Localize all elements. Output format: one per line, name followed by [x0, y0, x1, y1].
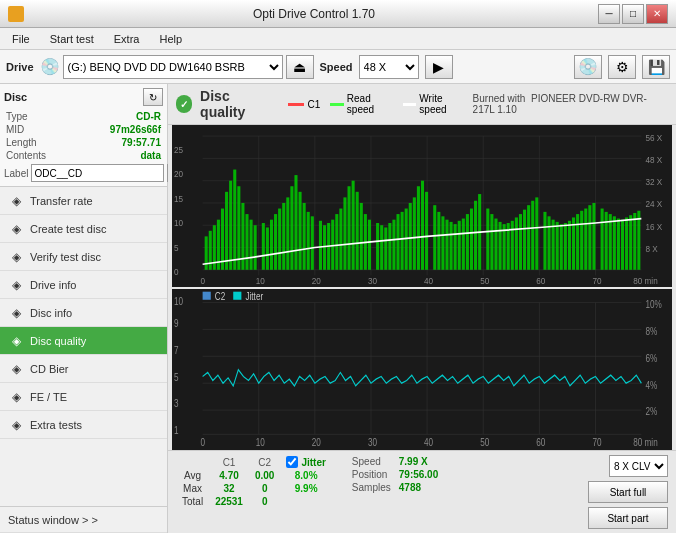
- svg-rect-95: [556, 222, 559, 270]
- drive-select[interactable]: (G:) BENQ DVD DD DW1640 BSRB: [63, 55, 283, 79]
- svg-rect-50: [356, 192, 359, 270]
- sidebar-item-drive-info[interactable]: ◈ Drive info: [0, 271, 167, 299]
- svg-rect-35: [290, 186, 293, 270]
- max-label: Max: [176, 482, 209, 495]
- sidebar: Disc ↻ Type CD-R MID 97m26s66f Length 79…: [0, 84, 168, 533]
- sidebar-nav: ◈ Transfer rate ◈ Create test disc ◈ Ver…: [0, 187, 167, 506]
- sidebar-item-verify-test-disc[interactable]: ◈ Verify test disc: [0, 243, 167, 271]
- svg-rect-49: [352, 181, 355, 270]
- right-controls: 8 X CLV Start full Start part: [588, 455, 668, 529]
- maximize-button[interactable]: □: [622, 4, 644, 24]
- svg-text:30: 30: [368, 276, 377, 286]
- close-button[interactable]: ✕: [646, 4, 668, 24]
- avg-label: Avg: [176, 469, 209, 482]
- legend-read-label: Read speed: [347, 93, 393, 115]
- max-c1: 32: [209, 482, 249, 495]
- sidebar-item-fe-te[interactable]: ◈ FE / TE: [0, 383, 167, 411]
- svg-text:10: 10: [174, 295, 183, 307]
- menu-file[interactable]: File: [4, 31, 38, 47]
- svg-rect-24: [241, 203, 244, 270]
- svg-text:0: 0: [174, 267, 179, 277]
- disc-mid-label: MID: [6, 124, 24, 135]
- svg-rect-47: [343, 197, 346, 269]
- drive-eject-button[interactable]: ⏏: [286, 55, 314, 79]
- svg-rect-28: [262, 223, 265, 270]
- speed-value: 7.99 X: [395, 455, 442, 468]
- settings-button[interactable]: ⚙: [608, 55, 636, 79]
- menu-start-test[interactable]: Start test: [42, 31, 102, 47]
- svg-text:6%: 6%: [645, 351, 657, 363]
- svg-rect-42: [323, 225, 326, 270]
- svg-text:80 min: 80 min: [633, 276, 658, 286]
- svg-rect-27: [254, 225, 257, 270]
- svg-text:5: 5: [174, 243, 179, 253]
- create-test-disc-icon: ◈: [8, 222, 24, 236]
- disc-quality-icon: ◈: [8, 334, 24, 348]
- svg-rect-66: [425, 192, 428, 270]
- cd-bier-icon: ◈: [8, 362, 24, 376]
- svg-rect-91: [535, 197, 538, 269]
- speed-option-select[interactable]: 8 X CLV: [609, 455, 668, 477]
- window-title: Opti Drive Control 1.70: [30, 7, 598, 21]
- disc-refresh-button[interactable]: ↻: [143, 88, 163, 106]
- menu-extra[interactable]: Extra: [106, 31, 148, 47]
- legend-c1-color: [288, 103, 304, 106]
- disc-label-input[interactable]: [31, 164, 164, 182]
- svg-text:50: 50: [480, 436, 489, 448]
- avg-jitter: 8.0%: [280, 469, 331, 482]
- disc-contents-value: data: [140, 150, 161, 161]
- save-button[interactable]: 💾: [642, 55, 670, 79]
- position-label-text: Position: [348, 468, 395, 481]
- avg-c1: 4.70: [209, 469, 249, 482]
- burned-with-text: Burned with PIONEER DVD-RW DVR-217L 1.10: [473, 93, 668, 115]
- sidebar-item-cd-bier[interactable]: ◈ CD Bier: [0, 355, 167, 383]
- svg-rect-103: [588, 205, 591, 270]
- start-full-button[interactable]: Start full: [588, 481, 668, 503]
- svg-rect-80: [490, 214, 493, 270]
- svg-rect-102: [584, 209, 587, 270]
- sidebar-item-label-disc-info: Disc info: [30, 307, 72, 319]
- chart2: 10% 8% 6% 4% 2% 1 3 5 7 9 10 0 10 20 3: [172, 289, 672, 451]
- svg-rect-67: [433, 205, 436, 270]
- sidebar-item-disc-quality[interactable]: ◈ Disc quality: [0, 327, 167, 355]
- menu-help[interactable]: Help: [151, 31, 190, 47]
- drive-icon: 💿: [40, 57, 60, 76]
- status-window-button[interactable]: Status window > >: [0, 507, 167, 533]
- stats-table: C1 C2 Jitter Avg 4.70 0.00 8.0%: [176, 455, 332, 508]
- svg-rect-34: [286, 197, 289, 269]
- sidebar-item-label-transfer-rate: Transfer rate: [30, 195, 93, 207]
- svg-rect-21: [229, 181, 232, 270]
- total-jitter: [280, 495, 331, 508]
- transfer-rate-icon: ◈: [8, 194, 24, 208]
- svg-rect-87: [519, 214, 522, 270]
- sidebar-item-label-drive-info: Drive info: [30, 279, 76, 291]
- svg-rect-22: [233, 170, 236, 270]
- svg-rect-76: [470, 209, 473, 270]
- jitter-label: Jitter: [301, 457, 325, 468]
- disc-quality-header: ✓ Disc quality C1 Read speed Write speed…: [168, 84, 676, 125]
- svg-rect-62: [409, 203, 412, 270]
- svg-rect-90: [531, 201, 534, 270]
- minimize-button[interactable]: ─: [598, 4, 620, 24]
- svg-text:30: 30: [368, 436, 377, 448]
- speed-select[interactable]: 48 X: [359, 55, 419, 79]
- svg-rect-39: [307, 212, 310, 270]
- svg-rect-29: [266, 227, 269, 269]
- sidebar-item-label-fe-te: FE / TE: [30, 391, 67, 403]
- sidebar-item-disc-info[interactable]: ◈ Disc info: [0, 299, 167, 327]
- start-part-button[interactable]: Start part: [588, 507, 668, 529]
- sidebar-item-extra-tests[interactable]: ◈ Extra tests: [0, 411, 167, 439]
- svg-rect-75: [466, 214, 469, 270]
- speed-arrow-button[interactable]: ▶: [425, 55, 453, 79]
- sidebar-item-label-create-test-disc: Create test disc: [30, 223, 106, 235]
- svg-text:20: 20: [312, 436, 321, 448]
- sidebar-item-create-test-disc[interactable]: ◈ Create test disc: [0, 215, 167, 243]
- avg-c2: 0.00: [249, 469, 280, 482]
- svg-text:C2: C2: [215, 289, 225, 301]
- legend-write-label: Write speed: [419, 93, 464, 115]
- svg-rect-51: [360, 203, 363, 270]
- svg-rect-85: [511, 221, 514, 270]
- jitter-checkbox[interactable]: [286, 456, 298, 468]
- sidebar-item-transfer-rate[interactable]: ◈ Transfer rate: [0, 187, 167, 215]
- disc-icon-button[interactable]: 💿: [574, 55, 602, 79]
